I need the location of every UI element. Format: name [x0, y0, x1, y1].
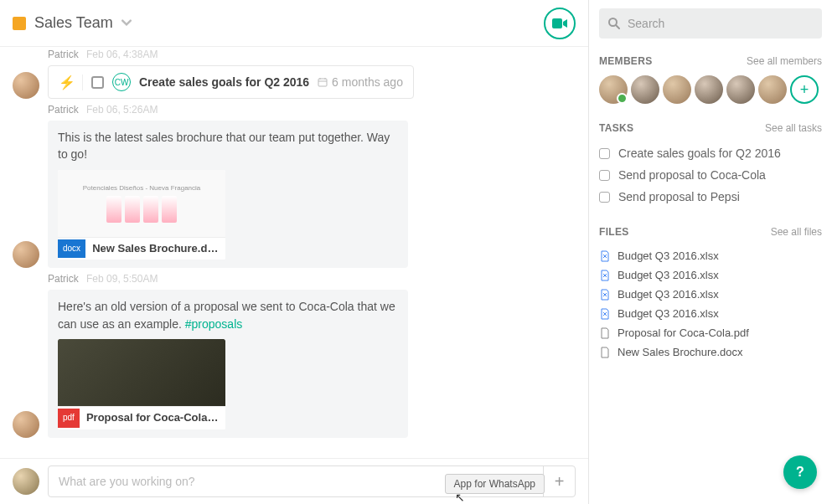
timestamp-label: Feb 06, 5:26AM [86, 104, 158, 116]
task-title: Create sales goals for Q2 2016 [139, 75, 309, 89]
avatar[interactable] [13, 241, 39, 268]
member-avatar[interactable] [758, 75, 787, 104]
tooltip: App for WhatsApp [445, 474, 545, 494]
calendar-icon [318, 77, 328, 87]
checkbox[interactable] [599, 148, 610, 159]
message-text: Here's an old version of a proposal we s… [58, 298, 398, 332]
file-item[interactable]: Proposal for Coca-Cola.pdf [599, 323, 822, 342]
section-title: TASKS [599, 122, 633, 134]
attachment-thumbnail [58, 339, 225, 406]
section-title: MEMBERS [599, 55, 652, 67]
checkbox[interactable] [91, 76, 104, 89]
message-bubble: This is the latest sales brochure that o… [48, 121, 408, 268]
file-type-badge: pdf [58, 409, 80, 428]
assignee-badge[interactable]: CW [112, 73, 131, 91]
task-message: ⚡ CW Create sales goals for Q2 2016 6 mo… [0, 62, 588, 102]
task-item[interactable]: Send proposal to Pepsi [599, 186, 822, 208]
hashtag[interactable]: #proposals [185, 317, 243, 331]
room-title[interactable]: Sales Team [34, 14, 113, 32]
header: Sales Team [0, 0, 588, 47]
avatar[interactable] [13, 411, 39, 438]
attachment-thumbnail: Potenciales Diseños - Nueva Fragancia [58, 170, 225, 237]
file-icon [599, 327, 611, 339]
attachment[interactable]: pdf Proposal for Coca-Cola.p… [58, 339, 225, 429]
message-meta: Patrick Feb 06, 4:38AM [0, 47, 588, 62]
search-box[interactable] [599, 8, 822, 39]
file-item[interactable]: Budget Q3 2016.xlsx [599, 285, 822, 304]
file-item[interactable]: Budget Q3 2016.xlsx [599, 304, 822, 323]
member-avatar[interactable] [663, 75, 691, 104]
message-feed[interactable]: Patrick Feb 06, 4:38AM ⚡ CW Create sales… [0, 47, 588, 458]
message-text: This is the latest sales brochure that o… [58, 129, 398, 163]
member-avatar[interactable] [695, 75, 723, 104]
file-icon [599, 250, 611, 262]
chevron-down-icon[interactable] [121, 16, 132, 31]
see-all-files-link[interactable]: See all files [771, 226, 822, 238]
svg-rect-0 [318, 79, 327, 86]
room-color-icon [13, 17, 26, 30]
see-all-members-link[interactable]: See all members [747, 55, 822, 67]
task-card[interactable]: ⚡ CW Create sales goals for Q2 2016 6 mo… [48, 65, 414, 99]
tasks-section: TASKS See all tasks Create sales goals f… [599, 122, 822, 208]
file-name: Proposal for Coca-Cola.p… [80, 407, 225, 429]
member-avatar[interactable] [599, 75, 628, 104]
file-item[interactable]: Budget Q3 2016.xlsx [599, 265, 822, 285]
member-avatar[interactable] [631, 75, 659, 104]
member-avatar[interactable] [726, 75, 755, 104]
my-avatar[interactable] [13, 468, 39, 495]
video-call-button[interactable] [544, 8, 576, 39]
bolt-icon: ⚡ [59, 75, 83, 90]
file-icon [599, 308, 611, 320]
file-icon [599, 347, 611, 358]
message: This is the latest sales brochure that o… [0, 117, 588, 271]
files-section: FILES See all files Budget Q3 2016.xlsx … [599, 226, 822, 362]
author-label: Patrick [48, 273, 79, 285]
file-name: New Sales Brochure.docx [85, 238, 225, 260]
message: Here's an old version of a proposal we s… [0, 286, 588, 440]
task-age: 6 months ago [318, 75, 403, 89]
search-input[interactable] [628, 17, 814, 30]
checkbox[interactable] [599, 192, 610, 203]
message-meta: Patrick Feb 06, 5:26AM [0, 102, 588, 117]
file-icon [599, 270, 611, 281]
attachment[interactable]: Potenciales Diseños - Nueva Fragancia do… [58, 170, 225, 260]
composer: App for WhatsApp + [48, 465, 576, 497]
timestamp-label: Feb 06, 4:38AM [86, 49, 158, 60]
file-item[interactable]: New Sales Brochure.docx [599, 342, 822, 362]
members-list: + [599, 75, 822, 104]
sidebar: MEMBERS See all members + TASKS See all … [589, 0, 832, 504]
task-item[interactable]: Send proposal to Coca-Cola [599, 164, 822, 186]
composer-row: App for WhatsApp + [0, 458, 588, 504]
add-attachment-button[interactable]: + [543, 466, 575, 496]
author-label: Patrick [48, 104, 79, 116]
search-icon [607, 17, 621, 30]
main-panel: Sales Team Patrick Feb 06, 4:38AM ⚡ CW [0, 0, 589, 504]
file-item[interactable]: Budget Q3 2016.xlsx [599, 246, 822, 265]
timestamp-label: Feb 09, 5:50AM [86, 273, 158, 285]
message-meta: Patrick Feb 09, 5:50AM [0, 271, 588, 286]
task-item[interactable]: Create sales goals for Q2 2016 [599, 142, 822, 164]
author-label: Patrick [48, 49, 79, 60]
avatar[interactable] [13, 72, 39, 99]
see-all-tasks-link[interactable]: See all tasks [765, 122, 822, 134]
members-section: MEMBERS See all members + [599, 55, 822, 104]
section-title: FILES [599, 226, 629, 238]
checkbox[interactable] [599, 170, 610, 181]
help-button[interactable]: ? [783, 455, 817, 489]
file-type-badge: docx [58, 239, 85, 259]
file-icon [599, 289, 611, 301]
message-bubble: Here's an old version of a proposal we s… [48, 290, 408, 437]
add-member-button[interactable]: + [790, 75, 819, 104]
